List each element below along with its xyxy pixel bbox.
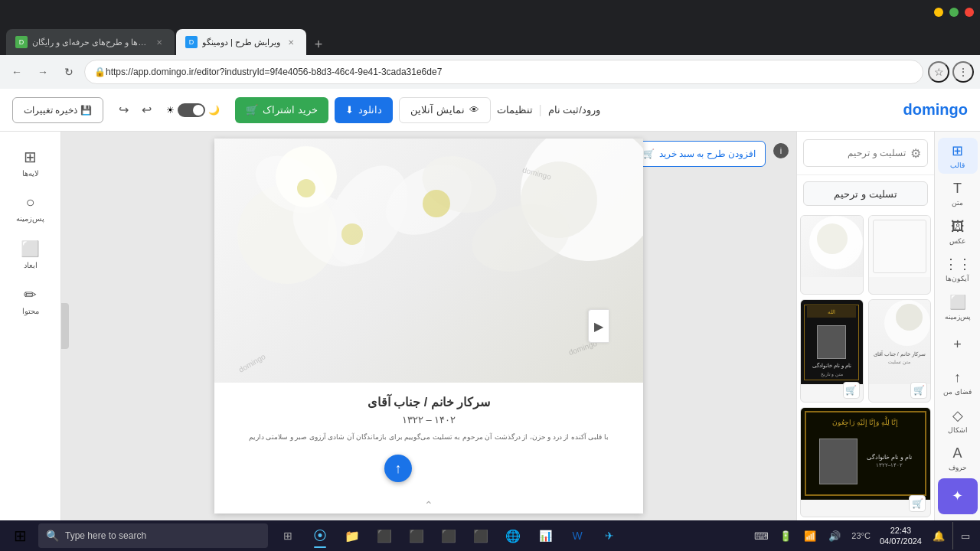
taskbar-telegram[interactable]: ✈	[594, 522, 625, 549]
photo-tool-label: عکس	[949, 237, 965, 245]
back-button[interactable]: ←	[6, 61, 28, 83]
forward-button[interactable]: →	[32, 61, 54, 83]
typography-label: حروف	[949, 464, 967, 471]
taskbar-explorer[interactable]: 📁	[337, 522, 368, 549]
app5-icon: ⬛	[441, 529, 456, 543]
template-card-4[interactable]: سرکار خانم / جناب آقای متن تسلیت 🛒	[868, 299, 932, 402]
new-tab-button[interactable]: +	[308, 34, 329, 55]
settings-text[interactable]: تنظیمات	[497, 104, 533, 116]
add-to-cart-button[interactable]: افزودن طرح به سبد خرید 🛒	[633, 141, 766, 167]
sidebar-add-tool[interactable]: +	[938, 327, 978, 363]
taskbar-clock[interactable]: 22:43 04/07/2024	[877, 525, 925, 547]
canvas-nav-button[interactable]: ▶	[588, 309, 609, 343]
search-input[interactable]	[797, 148, 906, 158]
taskbar-app-8[interactable]: 📊	[530, 522, 560, 549]
start-button[interactable]: ⊞	[3, 522, 37, 549]
taskbar-chrome[interactable]: 🌐	[498, 522, 528, 549]
template-card-4-cart[interactable]: 🛒	[910, 382, 927, 399]
subscribe-button[interactable]: خرید اشتراک 🛒	[235, 97, 328, 123]
canvas-content[interactable]: domingo domingo domingo سرکار خانم / جنا…	[214, 139, 643, 514]
volume-icon[interactable]: 🔊	[824, 522, 845, 549]
dimensions-tool[interactable]: ⬜ ابعاد	[5, 233, 57, 276]
canvas-area: افزودن طرح به سبد خرید 🛒 i	[61, 132, 796, 520]
close-btn[interactable]	[965, 8, 974, 17]
background-tool[interactable]: ○ پس‌زمینه	[5, 187, 57, 230]
icons-tool-label: آیکون‌ها	[946, 275, 969, 282]
template-card-2[interactable]	[868, 215, 932, 295]
taskbar-word[interactable]: W	[562, 522, 593, 549]
address-text: https://app.domingo.ir/editor?industryId…	[106, 67, 442, 77]
taskbar-app-5[interactable]: ⬛	[433, 522, 464, 549]
content-icon: ✏	[24, 285, 37, 304]
layer-icon: ⊞	[24, 148, 37, 166]
taskbar-right: ⌨ 🔋 📶 🔊 23°C 22:43 04/07/2024 🔔 ▭	[747, 522, 977, 549]
tab-2-favicon: D	[185, 36, 198, 48]
content-tool[interactable]: ✏ محتوا	[5, 279, 57, 321]
browser-toolbar: ☆ ⋮	[928, 61, 974, 83]
taskbar-app-3[interactable]: ⬛	[369, 522, 400, 549]
temperature-display: 23°C	[848, 531, 874, 540]
template-card-3[interactable]: الله نام و نام خانوادگی متن و تاریخ 🛒	[800, 299, 864, 402]
template-card-5-cart[interactable]: 🛒	[909, 495, 926, 512]
address-input[interactable]: 🔒 https://app.domingo.ir/editor?industry…	[84, 60, 923, 84]
redo-button[interactable]: ↪	[113, 99, 134, 121]
online-view-button[interactable]: 👁 نمایش آنلاین	[399, 97, 491, 123]
word-icon: W	[572, 530, 582, 542]
category-button[interactable]: تسلیت و ترحیم	[803, 181, 928, 206]
telegram-icon: ✈	[605, 530, 614, 542]
taskbar-app-4[interactable]: ⬛	[401, 522, 432, 549]
tab-1[interactable]: D قالب‌ها و طرح‌های حرفه‌ای و رایگان ✕	[6, 29, 175, 55]
minimize-btn[interactable]	[934, 8, 943, 17]
theme-toggle[interactable]: 🌙 ☀	[166, 103, 220, 117]
undo-button[interactable]: ↩	[136, 99, 157, 121]
sidebar-shapes-tool[interactable]: ◇ اشکال	[938, 403, 978, 439]
sidebar-typography-tool[interactable]: A حروف	[938, 440, 978, 476]
taskbar-taskview[interactable]: ⊞	[273, 522, 303, 549]
sidebar-ai-tool[interactable]: ✦	[938, 478, 978, 514]
template-card-5[interactable]: إِنَّا لِلَّٰهِ وَإِنَّا إِلَيْهِ رَاجِع…	[800, 407, 931, 517]
refresh-button[interactable]: ↻	[58, 61, 80, 83]
login-text[interactable]: ورود/ثبت نام	[548, 104, 600, 116]
system-tray-icon-1[interactable]: ⌨	[750, 522, 772, 549]
sidebar-myspace-tool[interactable]: ↑ فضای من	[938, 364, 978, 400]
tab-2-close[interactable]: ✕	[285, 36, 297, 48]
sidebar-background-tool[interactable]: ⬜ پس‌زمینه	[938, 289, 978, 325]
bookmark-btn[interactable]: ☆	[928, 61, 949, 83]
taskbar-search[interactable]: 🔍 Type here to search	[38, 523, 268, 548]
scroll-down-indicator[interactable]: ⌃	[424, 499, 433, 511]
icons-icon: ⋮⋮	[944, 256, 972, 272]
template-card-3-cart[interactable]: 🛒	[843, 382, 860, 399]
taskbar-edge[interactable]: ⦿	[305, 522, 335, 549]
template-card-3-img: الله نام و نام خانوادگی متن و تاریخ	[801, 300, 863, 384]
scroll-up-button[interactable]: ↑	[384, 455, 412, 482]
flower-background: domingo domingo domingo	[214, 139, 643, 383]
show-desktop-btn[interactable]: ▭	[952, 522, 974, 549]
tab-1-favicon: D	[15, 36, 28, 48]
sidebar-template-tool[interactable]: ⊞ قالب	[938, 138, 978, 174]
info-icon[interactable]: i	[773, 143, 789, 158]
address-bar-row: ← → ↻ 🔒 https://app.domingo.ir/editor?in…	[0, 55, 980, 89]
network-icon[interactable]: 📶	[799, 522, 821, 549]
battery-icon[interactable]: 🔋	[775, 522, 796, 549]
layer-tool[interactable]: ⊞ لایه‌ها	[5, 141, 57, 184]
notification-icon[interactable]: 🔔	[928, 522, 949, 549]
tab-1-close[interactable]: ✕	[153, 36, 165, 48]
sidebar-text-tool[interactable]: T متن	[938, 175, 978, 211]
filter-icon[interactable]: ⚙	[910, 146, 921, 161]
template-card-1[interactable]	[800, 215, 864, 295]
sidebar-icons-tool[interactable]: ⋮⋮ آیکون‌ها	[938, 251, 978, 287]
taskbar-app-6[interactable]: ⬛	[466, 522, 496, 549]
maximize-btn[interactable]	[949, 8, 959, 17]
tab-2[interactable]: D ویرایش طرح | دومینگو ✕	[176, 29, 306, 55]
search-box: ⚙ ⟳ 🔍	[803, 139, 928, 167]
add-icon: +	[953, 337, 962, 353]
theme-toggle-switch[interactable]	[178, 103, 205, 117]
settings-btn[interactable]: ⋮	[952, 61, 974, 83]
app-header: domingo ورود/ثبت نام | تنظیمات 👁 نمایش آ…	[0, 89, 980, 132]
download-button[interactable]: دانلود ⬇	[335, 97, 393, 123]
design-body: با قلبی آکنده از درد و حزن، از درگذشت آن…	[237, 432, 620, 443]
svg-point-8	[297, 179, 315, 197]
sidebar-photo-tool[interactable]: 🖼 عکس	[938, 214, 978, 249]
save-button[interactable]: 💾 ذخیره تغییرات	[12, 97, 103, 123]
templates-panel: ⚙ ⟳ 🔍 تسلیت و ترحیم	[797, 132, 934, 520]
